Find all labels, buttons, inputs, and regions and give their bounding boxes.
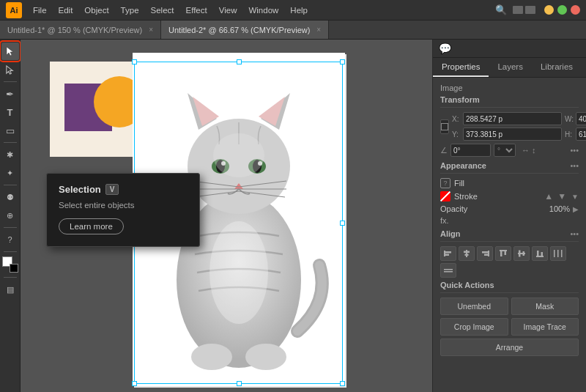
stroke-box	[10, 264, 18, 273]
menu-bar: Ai File Edit Object Type Select Effect V…	[0, 0, 586, 21]
align-center-v-btn[interactable]	[513, 246, 530, 261]
menu-file[interactable]: File	[28, 4, 52, 16]
comment-icon[interactable]: 💬	[439, 42, 451, 54]
menu-type[interactable]: Type	[116, 4, 144, 16]
tab-untitled2[interactable]: Untitled-2* @ 66.67 % (CMYK/Preview) ×	[161, 21, 329, 39]
search-icon[interactable]: 🔍	[495, 4, 507, 15]
tab-libraries[interactable]: Libraries	[532, 58, 582, 77]
transform-tool[interactable]: ✱	[1, 146, 19, 163]
stroke-icon	[440, 191, 450, 201]
image-trace-button[interactable]: Image Trace	[511, 318, 579, 336]
align-center-h-btn[interactable]	[459, 246, 475, 261]
svg-rect-25	[444, 251, 445, 256]
stroke-dropdown-arrow[interactable]: ▼	[571, 193, 579, 201]
tab2-label: Untitled-2* @ 66.67 % (CMYK/Preview)	[168, 26, 310, 34]
x-input[interactable]	[463, 112, 562, 125]
tab1-close[interactable]: ×	[149, 26, 153, 34]
svg-marker-1	[7, 65, 12, 73]
svg-rect-35	[500, 251, 502, 256]
svg-rect-36	[505, 251, 507, 255]
tab1-label: Untitled-1* @ 150 % (CMYK/Preview)	[7, 26, 142, 34]
y-input[interactable]	[463, 127, 562, 141]
tab2-close[interactable]: ×	[316, 26, 321, 34]
flip-v-icon[interactable]: ↕	[532, 146, 536, 155]
learn-more-button[interactable]: Learn more	[59, 218, 124, 234]
menu-view[interactable]: View	[214, 4, 242, 16]
tab-properties[interactable]: Properties	[433, 58, 489, 77]
stroke-down-arrow[interactable]: ▼	[557, 191, 566, 201]
image-label: Image	[440, 84, 579, 92]
text-tool[interactable]: T	[1, 103, 19, 121]
eyedropper-tool[interactable]: ⚉	[1, 188, 19, 206]
appearance-more-btn[interactable]: •••	[570, 161, 579, 170]
tool-divider-4	[4, 227, 17, 228]
svg-rect-41	[537, 251, 539, 256]
direct-selection-tool[interactable]	[1, 61, 19, 78]
transform-section-title: Transform	[440, 95, 579, 108]
transform-more-btn[interactable]: •••	[570, 146, 579, 155]
help-tool[interactable]: ?	[1, 231, 19, 248]
angle-row: ∠ ° ↔ ↕ •••	[440, 144, 579, 157]
crop-image-button[interactable]: Crop Image	[440, 318, 508, 336]
window-minimize[interactable]: –	[544, 5, 554, 15]
align-top-btn[interactable]	[495, 246, 511, 261]
appearance-header: Appearance •••	[440, 161, 579, 170]
h-input[interactable]	[576, 127, 586, 141]
menu-help[interactable]: Help	[285, 4, 313, 16]
svg-marker-0	[7, 47, 13, 56]
menu-object[interactable]: Object	[79, 4, 114, 16]
svg-rect-33	[484, 254, 488, 256]
fill-row: ? Fill	[440, 178, 579, 188]
opacity-arrow[interactable]: ▶	[573, 205, 579, 213]
pen-tool[interactable]: ✒	[1, 85, 19, 103]
flip-h-icon[interactable]: ↔	[522, 146, 530, 155]
align-left-edge-btn[interactable]	[440, 246, 456, 261]
window-maximize[interactable]: +	[557, 5, 567, 15]
screen-mode-tool[interactable]: ▤	[1, 281, 19, 298]
stroke-label: Stroke	[454, 192, 541, 201]
tab-untitled1[interactable]: Untitled-1* @ 150 % (CMYK/Preview) ×	[0, 21, 161, 39]
distribute-left-btn[interactable]	[550, 246, 566, 261]
align-bottom-btn[interactable]	[532, 246, 548, 261]
tooltip-shortcut: V	[105, 184, 119, 195]
tabs-bar: Untitled-1* @ 150 % (CMYK/Preview) × Unt…	[0, 21, 586, 40]
svg-rect-43	[554, 250, 555, 257]
menu-window[interactable]: Window	[243, 4, 283, 16]
menu-select[interactable]: Select	[146, 4, 179, 16]
layout-icon-2	[525, 6, 535, 14]
tooltip-title-row: Selection V	[59, 184, 188, 195]
selection-tool[interactable]	[1, 42, 19, 60]
svg-point-24	[213, 133, 264, 177]
menu-edit[interactable]: Edit	[53, 4, 78, 16]
opacity-row: Opacity 100% ▶	[440, 204, 579, 213]
align-more-btn[interactable]: •••	[570, 229, 579, 238]
align-right-edge-btn[interactable]	[477, 246, 493, 261]
distribute-center-btn[interactable]	[440, 263, 456, 278]
arrange-button[interactable]: Arrange	[440, 339, 579, 356]
mask-button[interactable]: Mask	[511, 297, 579, 315]
angle-dropdown[interactable]: °	[494, 144, 516, 157]
transform-xy-inputs: X: Y:	[452, 112, 562, 141]
stroke-up-arrow[interactable]: ▲	[544, 191, 553, 201]
tab-layers[interactable]: Layers	[489, 58, 532, 77]
panel-tabs: Properties Layers Libraries	[433, 58, 586, 78]
window-layout-icons	[513, 6, 535, 14]
canvas-area: Selection V Select entire objects Learn …	[21, 40, 432, 392]
app-logo: Ai	[6, 2, 22, 18]
angle-input[interactable]	[450, 144, 491, 157]
w-row: W:	[565, 112, 586, 125]
fill-stroke-widget[interactable]	[2, 256, 18, 273]
paintbrush-tool[interactable]: ✦	[1, 164, 19, 182]
svg-rect-44	[557, 250, 559, 257]
zoom-tool[interactable]: ⊕	[1, 207, 19, 224]
right-panel: 💬 Properties Layers Libraries Image Tran…	[432, 40, 586, 392]
menu-effect[interactable]: Effect	[181, 4, 212, 16]
unembed-button[interactable]: Unembed	[440, 297, 508, 315]
window-close[interactable]: ×	[571, 5, 580, 15]
tool-divider-2	[4, 142, 17, 143]
shape-tool[interactable]: ▭	[1, 122, 19, 139]
panel-content: Image Transform X: Y:	[433, 78, 586, 392]
w-input[interactable]	[576, 112, 586, 125]
fx-label[interactable]: fx.	[440, 216, 579, 225]
y-label: Y:	[452, 130, 461, 138]
